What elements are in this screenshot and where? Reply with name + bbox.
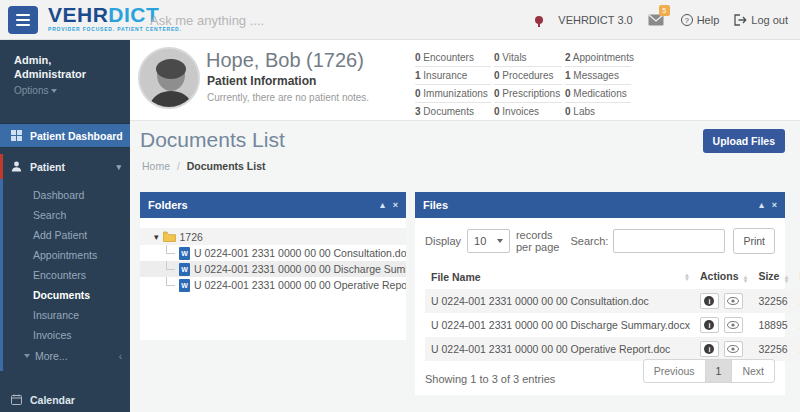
print-button[interactable]: Print — [733, 228, 775, 254]
tree-expander-icon[interactable]: ▾ — [154, 232, 159, 242]
sidebar-subitem-documents[interactable]: Documents — [3, 285, 130, 305]
tree-file-label: U 0224-001 2331 0000 00 00 Discharge Sum… — [194, 263, 406, 275]
stat-invoices: 0 Invoices — [494, 104, 562, 121]
info-button[interactable]: i — [700, 293, 719, 309]
app-root: VEHRDICT PROVIDER FOCUSED. PATIENT CENTE… — [0, 0, 800, 412]
tree-file-discharge-summary[interactable]: W U 0224-001 2331 0000 00 00 Discharge S… — [140, 261, 406, 277]
patient-stats-grid: 0 Encounters 0 Vitals 2 Appointments 1 I… — [415, 50, 625, 122]
folders-panel-title: Folders — [148, 199, 188, 211]
more-label: More... — [35, 350, 68, 362]
sidebar-subitem-dashboard[interactable]: Dashboard — [3, 185, 130, 205]
pagination-previous-button[interactable]: Previous — [644, 360, 705, 382]
user-name-line2: Administrator — [14, 68, 130, 82]
user-options-button[interactable]: Options — [14, 85, 130, 98]
column-header-actions[interactable]: Actions▲▼ — [694, 266, 752, 289]
tree-file-label: U 0224-001 2331 0000 00 00 Consultation.… — [194, 247, 406, 259]
tree-file-operative-report[interactable]: W U 0224-001 2331 0000 00 00 Operative R… — [140, 277, 406, 293]
stat-medications: 0 Medications — [565, 86, 631, 103]
close-icon[interactable]: × — [393, 200, 398, 210]
app-version-label: VEHRDICT 3.0 — [558, 14, 632, 26]
eye-icon — [727, 297, 739, 305]
sidebar-item-label: Patient Dashboard — [30, 130, 123, 142]
sidebar-item-patient[interactable]: Patient ▾ — [0, 154, 130, 179]
files-search-input[interactable] — [613, 229, 725, 253]
actions-cell: i — [694, 313, 752, 337]
view-button[interactable] — [724, 317, 743, 333]
chevron-down-icon — [51, 89, 57, 93]
sort-icon: ▲▼ — [783, 275, 789, 283]
info-icon: i — [704, 296, 714, 306]
user-block: Admin, Administrator Options — [0, 40, 130, 97]
tree-root-folder[interactable]: ▾ 1726 — [140, 228, 406, 245]
tree-connector — [166, 277, 175, 286]
folders-panel-header: Folders ▴ × — [140, 192, 406, 218]
view-button[interactable] — [724, 341, 743, 357]
logo-text-primary: VEHR — [48, 3, 108, 26]
date-cell: 2024-02-24 11:56:45 — [793, 313, 800, 337]
sidebar-item-label: Calendar — [30, 394, 75, 406]
ask-me-anything-input[interactable] — [150, 9, 370, 31]
column-header-date[interactable]: Date▲▼ — [793, 266, 800, 289]
status-pin-icon[interactable] — [535, 16, 543, 24]
column-header-file-name[interactable]: File Name▲▼ — [425, 266, 694, 289]
patient-info-label: Patient Information — [207, 74, 316, 88]
column-header-size[interactable]: Size▲▼ — [752, 266, 793, 289]
patient-summary-band: Hope, Bob (1726) Patient Information Cur… — [130, 40, 800, 120]
help-button[interactable]: ? Help — [681, 14, 720, 26]
date-cell: 2024-02-24 11:56:45 — [793, 289, 800, 313]
stat-prescriptions: 0 Prescriptions — [494, 86, 562, 103]
table-row: U 0224-001 2331 0000 00 00 Discharge Sum… — [425, 313, 800, 337]
sidebar-subitem-encounters[interactable]: Encounters — [3, 265, 130, 285]
stat-documents: 3 Documents — [415, 104, 491, 121]
logout-icon — [734, 14, 747, 26]
sidebar-subitem-add-patient[interactable]: Add Patient — [3, 225, 130, 245]
menu-toggle-button[interactable] — [8, 6, 38, 34]
messages-button[interactable]: 5 — [648, 11, 666, 29]
upload-files-button[interactable]: Upload Files — [703, 129, 785, 153]
sidebar-subitem-search[interactable]: Search — [3, 205, 130, 225]
files-panel-header: Files ▴ × — [415, 192, 785, 218]
pagination: Previous 1 Next — [643, 359, 775, 383]
page-title: Documents List — [140, 128, 285, 152]
patient-notes: Currently, there are no patient notes. — [207, 92, 369, 103]
stat-messages: 1 Messages — [565, 68, 631, 85]
eye-icon — [727, 345, 739, 353]
pagination-next-button[interactable]: Next — [732, 360, 774, 382]
size-cell: 32256 — [752, 289, 793, 313]
search-label: Search: — [570, 235, 608, 247]
info-button[interactable]: i — [700, 317, 719, 333]
view-button[interactable] — [724, 293, 743, 309]
breadcrumb-home-link[interactable]: Home — [142, 160, 170, 172]
info-button[interactable]: i — [700, 341, 719, 357]
page-size-select[interactable]: 10 — [467, 229, 510, 253]
sidebar-item-patient-dashboard[interactable]: Patient Dashboard — [0, 123, 130, 148]
sidebar-item-calendar[interactable]: Calendar — [0, 387, 130, 412]
tree-file-consultation[interactable]: W U 0224-001 2331 0000 00 00 Consultatio… — [140, 245, 406, 261]
help-label: Help — [697, 14, 720, 26]
sidebar: Admin, Administrator Options Patient Das… — [0, 40, 130, 412]
chevron-left-icon: ‹ — [119, 351, 122, 362]
sidebar-more-button[interactable]: More... ‹ — [3, 345, 130, 367]
logout-button[interactable]: Log out — [734, 14, 788, 26]
size-cell: 32256 — [752, 337, 793, 361]
sidebar-subitem-invoices[interactable]: Invoices — [3, 325, 130, 345]
actions-cell: i — [694, 337, 752, 361]
stat-procedures: 0 Procedures — [494, 68, 562, 85]
collapse-icon[interactable]: ▴ — [759, 200, 764, 210]
sidebar-subitem-appointments[interactable]: Appointments — [3, 245, 130, 265]
close-icon[interactable]: × — [772, 200, 777, 210]
stat-appointments: 2 Appointments — [565, 50, 631, 67]
display-label: Display — [425, 235, 461, 247]
help-icon: ? — [681, 14, 693, 26]
collapse-icon[interactable]: ▴ — [380, 200, 385, 210]
stat-insurance: 1 Insurance — [415, 68, 491, 85]
patient-photo — [138, 47, 200, 109]
date-cell: 2024-02-24 11:56:46 — [793, 337, 800, 361]
stat-encounters: 0 Encounters — [415, 50, 491, 67]
word-doc-icon: W — [179, 247, 190, 260]
sidebar-subitem-insurance[interactable]: Insurance — [3, 305, 130, 325]
stat-vitals: 0 Vitals — [494, 50, 562, 67]
word-doc-icon: W — [179, 263, 190, 276]
pagination-page-1[interactable]: 1 — [705, 360, 733, 382]
sidebar-item-label: Patient — [30, 161, 65, 173]
